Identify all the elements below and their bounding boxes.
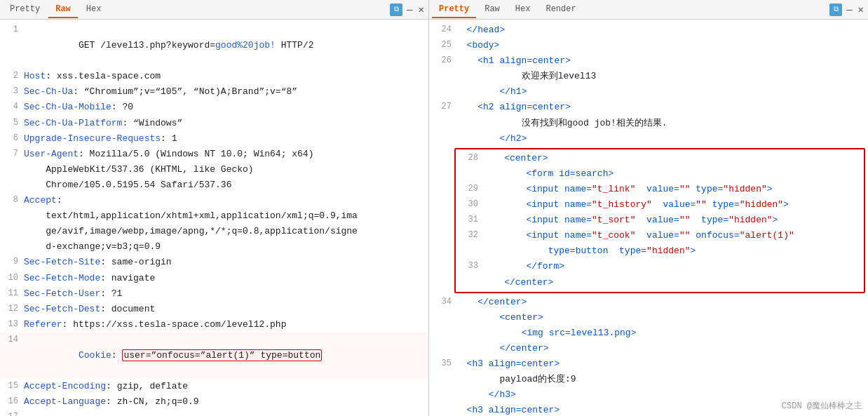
right-copy-icon[interactable]: ⧉	[829, 4, 842, 16]
right-line-27: 27 <h2 align=center> 没有找到和good job!相关的结果…	[429, 100, 868, 146]
left-line-14: 14 Cookie: user=”onfocus=”alert(1)” type…	[0, 333, 428, 379]
right-line-31: 31 <input name="t_sort" value="" type="h…	[459, 213, 861, 228]
left-line-3: 3 Sec-Ch-Ua: “Chromium”;v=“105”, “Not)A;…	[0, 84, 428, 100]
left-copy-icon[interactable]: ⧉	[390, 4, 402, 16]
right-line-32: 32 <input name="t_cook" value="" onfocus…	[459, 228, 861, 259]
left-tab-hex[interactable]: Hex	[79, 1, 109, 18]
right-close-icon[interactable]: ✕	[857, 4, 865, 15]
right-panel: Pretty Raw Hex Render ⧉ — ✕ 24 </head> 2…	[429, 0, 868, 416]
left-line-6: 6 Upgrade-Insecure-Requests: 1	[0, 131, 428, 147]
left-line-13: 13 Referer: https://xss.tesla-space.com/…	[0, 317, 428, 333]
left-minimize-icon[interactable]: —	[405, 4, 414, 15]
left-tab-bar: Pretty Raw Hex ⧉ — ✕	[0, 0, 428, 20]
left-line-16: 16 Accept-Language: zh-CN, zh;q=0.9	[0, 394, 428, 410]
right-line-28: 28 <center>	[459, 151, 861, 166]
left-line-2: 2 Host: xss.tesla-space.com	[0, 69, 428, 84]
left-line-11: 11 Sec-Fetch-User: ?1	[0, 286, 428, 302]
right-tab-render[interactable]: Render	[538, 1, 583, 18]
left-line-15: 15 Accept-Encoding: gzip, deflate	[0, 379, 428, 394]
right-line-24: 24 </head>	[429, 22, 868, 38]
left-line-17: 17	[0, 410, 428, 416]
watermark: CSDN @魔仙棒棒之主	[782, 400, 862, 412]
left-line-7: 7 User-Agent: Mozilla/5.0 (Windows NT 10…	[0, 147, 428, 193]
right-line-29: 29 <input name="t_link" value="" type="h…	[459, 182, 861, 197]
left-line-12: 12 Sec-Fetch-Dest: document	[0, 302, 428, 317]
left-panel: Pretty Raw Hex ⧉ — ✕ 1 GET /level13.php?…	[0, 0, 429, 416]
left-line-8: 8 Accept: text/html,application/xhtml+xm…	[0, 193, 428, 255]
right-content: 24 </head> 25 <body> 26 <h1 align=center…	[429, 20, 868, 416]
right-tab-bar: Pretty Raw Hex Render ⧉ — ✕	[429, 0, 868, 20]
right-tab-raw[interactable]: Raw	[477, 1, 507, 18]
right-line-33: 33 </form>	[459, 259, 861, 274]
highlight-block-28-33: 28 <center> <form id=search> 29 <input n…	[454, 148, 865, 293]
right-tab-hex[interactable]: Hex	[508, 1, 538, 18]
right-line-26: 26 <h1 align=center> 欢迎来到level13 </h1>	[429, 53, 868, 100]
left-line-1: 1 GET /level13.php?keyword=good%20job! H…	[0, 22, 428, 69]
left-tab-icons: ⧉ — ✕	[390, 4, 426, 16]
right-line-30: 30 <input name="t_history" value="" type…	[459, 197, 861, 213]
left-tab-pretty[interactable]: Pretty	[3, 1, 47, 18]
left-line-10: 10 Sec-Fetch-Mode: navigate	[0, 271, 428, 286]
right-minimize-icon[interactable]: —	[845, 4, 853, 15]
left-content: 1 GET /level13.php?keyword=good%20job! H…	[0, 20, 428, 416]
right-line-25: 25 <body>	[429, 38, 868, 53]
right-tab-pretty[interactable]: Pretty	[432, 1, 476, 18]
cookie-highlight: user=”onfocus=”alert(1)” type=button	[122, 349, 322, 361]
right-line-35: 35 <h3 align=center> payload的长度:9 </h3>	[429, 356, 868, 403]
left-line-5: 5 Sec-Ch-Ua-Platform: “Windows”	[0, 116, 428, 131]
right-tab-icons: ⧉ — ✕	[829, 4, 865, 16]
right-line-34: 34 </center> <center> <img src=level13.p…	[429, 295, 868, 356]
right-line-center-end: </center>	[459, 275, 861, 290]
left-tab-raw[interactable]: Raw	[48, 1, 78, 18]
left-line-4: 4 Sec-Ch-Ua-Mobile: ?0	[0, 100, 428, 115]
right-line-form: <form id=search>	[459, 166, 861, 182]
left-line-9: 9 Sec-Fetch-Site: same-origin	[0, 255, 428, 270]
left-close-icon[interactable]: ✕	[417, 4, 426, 15]
